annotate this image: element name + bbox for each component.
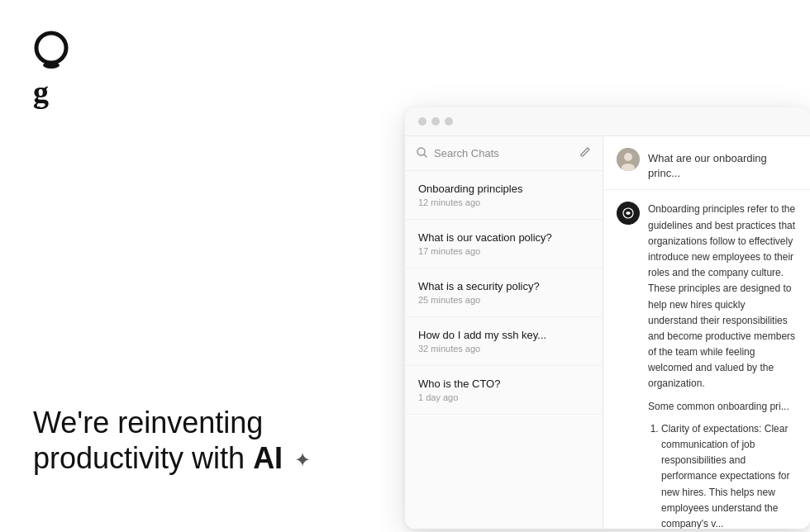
- chat-item-time: 25 minutes ago: [418, 295, 589, 305]
- sparkle-icon: ✦: [294, 449, 311, 473]
- chat-item[interactable]: Who is the CTO? 1 day ago: [405, 366, 603, 415]
- chat-item[interactable]: How do I add my ssh key... 32 minutes ag…: [405, 317, 603, 366]
- chat-item-title: Onboarding principles: [418, 183, 589, 195]
- user-message-text: What are our onboarding princ...: [648, 148, 797, 181]
- hero-line2: productivity with: [33, 441, 245, 475]
- chat-item[interactable]: What is our vacation policy? 17 minutes …: [405, 220, 603, 268]
- chat-item-title: Who is the CTO?: [418, 378, 589, 390]
- ai-response-area: Onboarding principles refer to the guide…: [603, 190, 810, 529]
- ai-list-item-text: Clarity of expectations: Clear communica…: [661, 423, 789, 529]
- user-avatar: [617, 148, 640, 171]
- chat-item-time: 32 minutes ago: [418, 344, 589, 354]
- ai-response-list: Clarity of expectations: Clear communica…: [648, 421, 797, 529]
- ai-avatar: [617, 202, 640, 225]
- chat-item-title: What is our vacation policy?: [418, 231, 589, 244]
- glean-logo-icon: [33, 30, 69, 73]
- close-button-dot[interactable]: [418, 117, 426, 126]
- search-placeholder[interactable]: Search Chats: [434, 147, 573, 159]
- search-icon: [417, 147, 427, 160]
- chat-item[interactable]: Onboarding principles 12 minutes ago: [405, 171, 603, 220]
- ai-response-intro: Some common onboarding pri...: [648, 399, 797, 415]
- ai-response-paragraph: Onboarding principles refer to the guide…: [648, 202, 797, 392]
- svg-point-6: [624, 153, 632, 161]
- search-bar[interactable]: Search Chats: [405, 136, 603, 171]
- svg-point-1: [43, 62, 60, 69]
- app-window: Search Chats Onboarding principles 12 mi…: [405, 107, 810, 529]
- title-bar: [405, 107, 810, 136]
- ai-list-item: Clarity of expectations: Clear communica…: [661, 421, 797, 529]
- chat-item-title: What is a security policy?: [418, 280, 589, 292]
- chat-panel: What are our onboarding princ... Onboard…: [603, 136, 810, 529]
- ai-response-text: Onboarding principles refer to the guide…: [648, 202, 797, 529]
- svg-point-0: [36, 33, 66, 63]
- hero-section: We're reinventing productivity with AI ✦: [33, 405, 311, 476]
- compose-icon[interactable]: [579, 146, 591, 160]
- main-content: Search Chats Onboarding principles 12 mi…: [405, 136, 810, 529]
- chat-item-time: 12 minutes ago: [418, 197, 589, 207]
- hero-ai-word: AI: [253, 441, 283, 475]
- minimize-button-dot[interactable]: [431, 117, 440, 126]
- chat-item-time: 17 minutes ago: [418, 246, 589, 256]
- chat-item[interactable]: What is a security policy? 25 minutes ag…: [405, 268, 603, 317]
- sidebar: Search Chats Onboarding principles 12 mi…: [405, 136, 603, 529]
- chat-list: Onboarding principles 12 minutes ago Wha…: [405, 171, 603, 529]
- chat-item-title: How do I add my ssh key...: [418, 329, 589, 341]
- chat-item-time: 1 day ago: [418, 392, 589, 402]
- logo: g ⌣: [33, 30, 69, 112]
- hero-line1: We're reinventing: [33, 406, 263, 439]
- maximize-button-dot[interactable]: [445, 117, 453, 126]
- user-message-area: What are our onboarding princ...: [603, 136, 810, 190]
- svg-line-4: [424, 154, 426, 157]
